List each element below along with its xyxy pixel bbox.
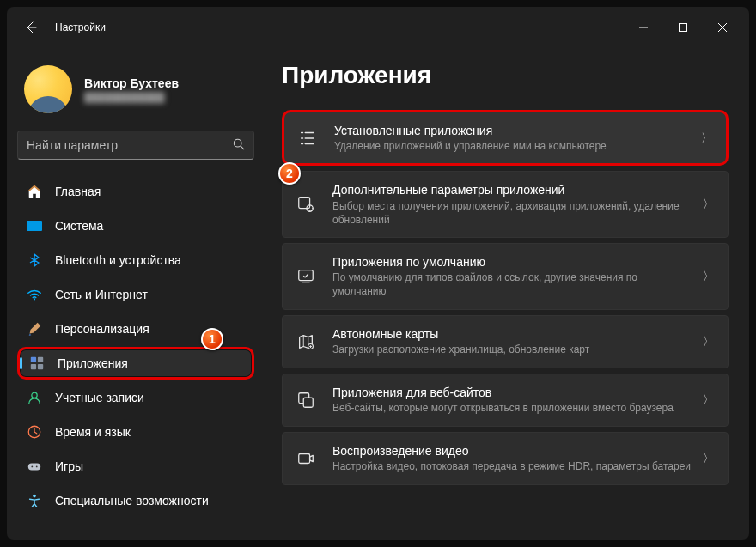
card-text: Дополнительные параметры приложений Выбо… [332,182,692,227]
video-icon [295,447,317,470]
maximize-button[interactable] [663,14,703,41]
search-box[interactable] [17,131,254,160]
card-title: Автономные карты [332,326,692,342]
wifi-icon [26,286,43,303]
svg-point-4 [234,139,241,147]
nav-label: Персонализация [55,322,149,336]
settings-window: Настройки Виктор Бухтеев ████████████ [7,7,749,540]
nav-item-system[interactable]: Система [17,210,254,242]
gaming-icon [26,458,43,475]
nav-label: Игры [55,459,83,473]
default-apps-icon [295,265,317,288]
back-button[interactable] [14,10,48,45]
nav-label: Специальные возможности [55,494,209,507]
card-installed-apps[interactable]: Установленные приложения Удаление прилож… [282,110,729,166]
nav-item-apps[interactable]: Приложения [17,347,254,380]
svg-rect-10 [38,364,43,369]
card-subtitle: Веб-сайты, которые могут открываться в п… [332,401,692,415]
card-title: Установленные приложения [334,123,691,138]
user-email: ████████████ [84,92,179,102]
website-app-icon [295,389,317,411]
titlebar: Настройки [7,7,749,48]
main-panel: Приложения Установленные приложения Удал… [265,48,749,540]
brush-icon [26,320,43,337]
card-default-apps[interactable]: Приложения по умолчанию По умолчанию для… [282,243,729,310]
card-text: Приложения для веб-сайтов Веб-сайты, кот… [332,385,692,415]
user-text: Виктор Бухтеев ████████████ [72,76,179,102]
nav-label: Учетные записи [55,391,144,404]
nav-label: Время и язык [55,425,131,439]
nav-label: Bluetooth и устройства [55,253,181,267]
chevron-right-icon: 〉 [701,131,712,146]
svg-line-5 [241,146,244,149]
nav-item-network[interactable]: Сеть и Интернет [17,278,254,311]
card-title: Воспроизведение видео [332,443,692,459]
svg-rect-7 [31,357,36,362]
chevron-right-icon: 〉 [703,392,714,408]
card-advanced-app-settings[interactable]: Дополнительные параметры приложений Выбо… [282,171,729,238]
card-video-playback[interactable]: Воспроизведение видео Настройка видео, п… [282,432,729,485]
card-apps-for-websites[interactable]: Приложения для веб-сайтов Веб-сайты, кот… [282,374,729,427]
accounts-icon [26,389,43,406]
chevron-right-icon: 〉 [703,269,714,284]
card-text: Приложения по умолчанию По умолчанию для… [332,254,692,299]
map-icon [295,331,317,353]
svg-point-16 [33,495,36,498]
minimize-icon [639,23,648,32]
svg-point-6 [34,298,35,300]
svg-point-14 [31,466,33,468]
bluetooth-icon [26,252,43,269]
card-text: Установленные приложения Удаление прилож… [334,123,691,153]
chevron-right-icon: 〉 [703,451,714,466]
svg-point-15 [36,466,38,468]
avatar [24,65,72,113]
svg-point-11 [32,392,37,398]
search-input[interactable] [27,138,233,152]
svg-rect-1 [680,24,687,32]
card-subtitle: Удаление приложений и управление ими на … [334,139,691,153]
card-subtitle: Выбор места получения приложений, архива… [332,199,692,227]
content-area: Виктор Бухтеев ████████████ Главная Сист… [7,48,749,540]
nav-item-accounts[interactable]: Учетные записи [17,381,254,414]
card-offline-maps[interactable]: Автономные карты Загрузки расположение х… [282,315,729,368]
search-icon [233,138,245,153]
close-button[interactable] [703,14,742,41]
user-block[interactable]: Виктор Бухтеев ████████████ [17,55,254,131]
user-name: Виктор Бухтеев [84,76,179,90]
nav-item-time-language[interactable]: Время и язык [17,416,254,448]
card-title: Приложения для веб-сайтов [332,385,692,400]
nav-label: Главная [55,185,101,198]
apps-icon [28,355,46,372]
card-text: Воспроизведение видео Настройка видео, п… [332,443,692,473]
sidebar: Виктор Бухтеев ████████████ Главная Сист… [7,48,265,540]
annotation-badge-1: 1 [201,328,223,350]
settings-cards: Установленные приложения Удаление прилож… [282,110,729,485]
list-icon [296,127,319,149]
nav-item-home[interactable]: Главная [17,175,254,208]
svg-rect-13 [28,463,40,470]
system-icon [26,217,43,234]
home-icon [26,183,43,200]
card-subtitle: По умолчанию для типов файлов и ссылок, … [332,270,692,298]
page-title: Приложения [282,62,729,89]
nav-item-bluetooth[interactable]: Bluetooth и устройства [17,244,254,277]
svg-rect-19 [299,270,314,280]
chevron-right-icon: 〉 [703,197,714,212]
nav-item-accessibility[interactable]: Специальные возможности [17,484,254,517]
svg-rect-8 [38,357,43,362]
arrow-left-icon [24,21,38,34]
window-title: Настройки [55,21,106,33]
svg-rect-9 [31,364,36,369]
nav-label: Сеть и Интернет [55,288,148,301]
annotation-badge-2: 2 [278,162,301,185]
nav-label: Приложения [58,356,128,370]
chevron-right-icon: 〉 [703,334,714,349]
minimize-button[interactable] [624,14,663,41]
accessibility-icon [26,492,43,509]
svg-rect-23 [299,453,310,463]
card-subtitle: Загрузки расположение хранилища, обновле… [332,343,692,356]
nav-item-gaming[interactable]: Игры [17,450,254,483]
window-controls [624,14,742,41]
svg-rect-22 [303,398,313,407]
nav-label: Система [55,219,103,233]
